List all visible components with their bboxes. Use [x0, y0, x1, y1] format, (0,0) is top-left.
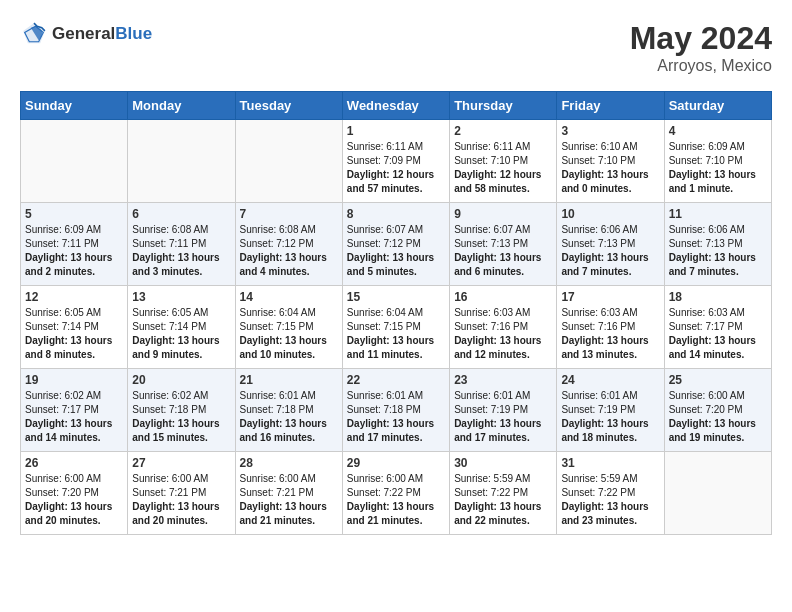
day-info: Sunrise: 6:05 AMSunset: 7:14 PMDaylight:…	[132, 306, 230, 362]
day-cell: 1Sunrise: 6:11 AMSunset: 7:09 PMDaylight…	[342, 120, 449, 203]
day-cell: 3Sunrise: 6:10 AMSunset: 7:10 PMDaylight…	[557, 120, 664, 203]
header-day-wednesday: Wednesday	[342, 92, 449, 120]
day-info: Sunrise: 6:01 AMSunset: 7:19 PMDaylight:…	[454, 389, 552, 445]
day-number: 26	[25, 456, 123, 470]
page: General Blue May 2024 Arroyos, Mexico Su…	[0, 0, 792, 545]
day-number: 25	[669, 373, 767, 387]
header-day-saturday: Saturday	[664, 92, 771, 120]
day-number: 31	[561, 456, 659, 470]
day-cell	[128, 120, 235, 203]
day-number: 9	[454, 207, 552, 221]
day-info: Sunrise: 5:59 AMSunset: 7:22 PMDaylight:…	[561, 472, 659, 528]
day-number: 23	[454, 373, 552, 387]
day-info: Sunrise: 6:03 AMSunset: 7:16 PMDaylight:…	[454, 306, 552, 362]
day-info: Sunrise: 6:00 AMSunset: 7:21 PMDaylight:…	[240, 472, 338, 528]
day-cell	[235, 120, 342, 203]
day-cell: 14Sunrise: 6:04 AMSunset: 7:15 PMDayligh…	[235, 286, 342, 369]
day-info: Sunrise: 6:06 AMSunset: 7:13 PMDaylight:…	[669, 223, 767, 279]
day-number: 15	[347, 290, 445, 304]
day-cell: 21Sunrise: 6:01 AMSunset: 7:18 PMDayligh…	[235, 369, 342, 452]
header-day-tuesday: Tuesday	[235, 92, 342, 120]
day-info: Sunrise: 6:07 AMSunset: 7:12 PMDaylight:…	[347, 223, 445, 279]
day-number: 30	[454, 456, 552, 470]
logo-text: General Blue	[52, 24, 152, 44]
day-cell: 7Sunrise: 6:08 AMSunset: 7:12 PMDaylight…	[235, 203, 342, 286]
day-info: Sunrise: 6:04 AMSunset: 7:15 PMDaylight:…	[347, 306, 445, 362]
day-cell: 30Sunrise: 5:59 AMSunset: 7:22 PMDayligh…	[450, 452, 557, 535]
header-day-friday: Friday	[557, 92, 664, 120]
title-block: May 2024 Arroyos, Mexico	[630, 20, 772, 75]
day-cell	[664, 452, 771, 535]
day-info: Sunrise: 6:03 AMSunset: 7:17 PMDaylight:…	[669, 306, 767, 362]
day-cell: 22Sunrise: 6:01 AMSunset: 7:18 PMDayligh…	[342, 369, 449, 452]
day-info: Sunrise: 6:00 AMSunset: 7:20 PMDaylight:…	[669, 389, 767, 445]
day-info: Sunrise: 6:00 AMSunset: 7:21 PMDaylight:…	[132, 472, 230, 528]
day-info: Sunrise: 6:07 AMSunset: 7:13 PMDaylight:…	[454, 223, 552, 279]
day-number: 4	[669, 124, 767, 138]
day-cell: 20Sunrise: 6:02 AMSunset: 7:18 PMDayligh…	[128, 369, 235, 452]
day-number: 2	[454, 124, 552, 138]
week-row-5: 26Sunrise: 6:00 AMSunset: 7:20 PMDayligh…	[21, 452, 772, 535]
day-number: 24	[561, 373, 659, 387]
day-info: Sunrise: 6:00 AMSunset: 7:20 PMDaylight:…	[25, 472, 123, 528]
day-number: 13	[132, 290, 230, 304]
day-cell: 16Sunrise: 6:03 AMSunset: 7:16 PMDayligh…	[450, 286, 557, 369]
main-title: May 2024	[630, 20, 772, 57]
logo-blue: Blue	[115, 24, 152, 44]
logo: General Blue	[20, 20, 152, 48]
day-info: Sunrise: 6:04 AMSunset: 7:15 PMDaylight:…	[240, 306, 338, 362]
day-info: Sunrise: 6:02 AMSunset: 7:17 PMDaylight:…	[25, 389, 123, 445]
day-cell: 10Sunrise: 6:06 AMSunset: 7:13 PMDayligh…	[557, 203, 664, 286]
week-row-1: 1Sunrise: 6:11 AMSunset: 7:09 PMDaylight…	[21, 120, 772, 203]
day-cell: 31Sunrise: 5:59 AMSunset: 7:22 PMDayligh…	[557, 452, 664, 535]
day-info: Sunrise: 6:03 AMSunset: 7:16 PMDaylight:…	[561, 306, 659, 362]
day-number: 8	[347, 207, 445, 221]
day-number: 5	[25, 207, 123, 221]
day-cell: 25Sunrise: 6:00 AMSunset: 7:20 PMDayligh…	[664, 369, 771, 452]
day-number: 14	[240, 290, 338, 304]
day-info: Sunrise: 6:11 AMSunset: 7:09 PMDaylight:…	[347, 140, 445, 196]
day-number: 3	[561, 124, 659, 138]
header: General Blue May 2024 Arroyos, Mexico	[20, 20, 772, 75]
day-cell: 13Sunrise: 6:05 AMSunset: 7:14 PMDayligh…	[128, 286, 235, 369]
day-number: 28	[240, 456, 338, 470]
day-cell: 26Sunrise: 6:00 AMSunset: 7:20 PMDayligh…	[21, 452, 128, 535]
day-number: 16	[454, 290, 552, 304]
day-number: 20	[132, 373, 230, 387]
day-cell: 28Sunrise: 6:00 AMSunset: 7:21 PMDayligh…	[235, 452, 342, 535]
calendar-header: SundayMondayTuesdayWednesdayThursdayFrid…	[21, 92, 772, 120]
day-cell: 18Sunrise: 6:03 AMSunset: 7:17 PMDayligh…	[664, 286, 771, 369]
day-number: 22	[347, 373, 445, 387]
day-info: Sunrise: 6:10 AMSunset: 7:10 PMDaylight:…	[561, 140, 659, 196]
day-number: 1	[347, 124, 445, 138]
day-number: 29	[347, 456, 445, 470]
day-cell: 4Sunrise: 6:09 AMSunset: 7:10 PMDaylight…	[664, 120, 771, 203]
day-number: 17	[561, 290, 659, 304]
calendar-table: SundayMondayTuesdayWednesdayThursdayFrid…	[20, 91, 772, 535]
day-info: Sunrise: 6:08 AMSunset: 7:12 PMDaylight:…	[240, 223, 338, 279]
day-number: 21	[240, 373, 338, 387]
calendar-body: 1Sunrise: 6:11 AMSunset: 7:09 PMDaylight…	[21, 120, 772, 535]
logo-general: General	[52, 24, 115, 44]
day-info: Sunrise: 6:08 AMSunset: 7:11 PMDaylight:…	[132, 223, 230, 279]
day-cell: 27Sunrise: 6:00 AMSunset: 7:21 PMDayligh…	[128, 452, 235, 535]
day-cell: 15Sunrise: 6:04 AMSunset: 7:15 PMDayligh…	[342, 286, 449, 369]
day-number: 27	[132, 456, 230, 470]
header-day-thursday: Thursday	[450, 92, 557, 120]
day-info: Sunrise: 6:01 AMSunset: 7:18 PMDaylight:…	[347, 389, 445, 445]
day-info: Sunrise: 6:09 AMSunset: 7:11 PMDaylight:…	[25, 223, 123, 279]
day-info: Sunrise: 6:11 AMSunset: 7:10 PMDaylight:…	[454, 140, 552, 196]
day-cell: 19Sunrise: 6:02 AMSunset: 7:17 PMDayligh…	[21, 369, 128, 452]
day-number: 11	[669, 207, 767, 221]
week-row-3: 12Sunrise: 6:05 AMSunset: 7:14 PMDayligh…	[21, 286, 772, 369]
header-day-sunday: Sunday	[21, 92, 128, 120]
day-cell: 11Sunrise: 6:06 AMSunset: 7:13 PMDayligh…	[664, 203, 771, 286]
day-cell: 29Sunrise: 6:00 AMSunset: 7:22 PMDayligh…	[342, 452, 449, 535]
day-cell: 9Sunrise: 6:07 AMSunset: 7:13 PMDaylight…	[450, 203, 557, 286]
day-number: 7	[240, 207, 338, 221]
day-info: Sunrise: 6:09 AMSunset: 7:10 PMDaylight:…	[669, 140, 767, 196]
day-info: Sunrise: 6:00 AMSunset: 7:22 PMDaylight:…	[347, 472, 445, 528]
day-number: 10	[561, 207, 659, 221]
day-number: 18	[669, 290, 767, 304]
day-number: 6	[132, 207, 230, 221]
